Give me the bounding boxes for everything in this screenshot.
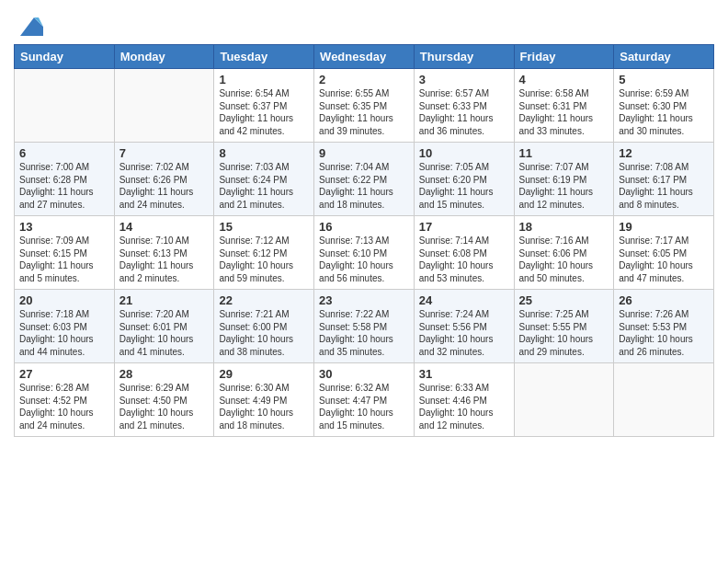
calendar-cell: 27Sunrise: 6:28 AMSunset: 4:52 PMDayligh… [15, 363, 115, 437]
day-number: 22 [219, 293, 309, 307]
day-number: 4 [519, 73, 609, 86]
header-day-wednesday: Wednesday [314, 45, 415, 69]
day-info: Sunrise: 6:28 AMSunset: 4:52 PMDaylight:… [19, 382, 109, 431]
calendar-week-3: 13Sunrise: 7:09 AMSunset: 6:15 PMDayligh… [15, 216, 714, 290]
day-number: 12 [619, 146, 709, 160]
header-day-thursday: Thursday [414, 45, 514, 69]
day-number: 20 [19, 293, 109, 307]
day-info: Sunrise: 6:33 AMSunset: 4:46 PMDaylight:… [419, 382, 509, 431]
calendar-cell: 14Sunrise: 7:10 AMSunset: 6:13 PMDayligh… [114, 216, 214, 290]
day-info: Sunrise: 7:26 AMSunset: 5:53 PMDaylight:… [619, 308, 709, 358]
logo [14, 13, 43, 40]
calendar-cell: 2Sunrise: 6:55 AMSunset: 6:35 PMDaylight… [314, 69, 415, 143]
calendar-week-2: 6Sunrise: 7:00 AMSunset: 6:28 PMDaylight… [15, 143, 714, 216]
calendar-header-row: SundayMondayTuesdayWednesdayThursdayFrid… [15, 45, 714, 69]
day-info: Sunrise: 7:05 AMSunset: 6:20 PMDaylight:… [419, 161, 509, 211]
day-info: Sunrise: 7:22 AMSunset: 5:58 PMDaylight:… [319, 308, 409, 358]
calendar-cell [114, 69, 214, 143]
calendar-cell: 13Sunrise: 7:09 AMSunset: 6:15 PMDayligh… [15, 216, 115, 290]
calendar-cell: 16Sunrise: 7:13 AMSunset: 6:10 PMDayligh… [314, 216, 415, 290]
calendar-cell: 4Sunrise: 6:58 AMSunset: 6:31 PMDaylight… [514, 69, 614, 143]
day-info: Sunrise: 7:20 AMSunset: 6:01 PMDaylight:… [119, 308, 210, 358]
day-info: Sunrise: 7:10 AMSunset: 6:13 PMDaylight:… [119, 235, 210, 284]
day-number: 21 [119, 293, 210, 307]
header-day-friday: Friday [514, 45, 614, 69]
calendar-cell: 18Sunrise: 7:16 AMSunset: 6:06 PMDayligh… [514, 216, 614, 290]
day-info: Sunrise: 7:12 AMSunset: 6:12 PMDaylight:… [219, 235, 309, 284]
day-info: Sunrise: 6:54 AMSunset: 6:37 PMDaylight:… [219, 87, 309, 137]
day-number: 16 [319, 220, 409, 234]
day-info: Sunrise: 6:59 AMSunset: 6:30 PMDaylight:… [619, 87, 709, 137]
day-info: Sunrise: 6:57 AMSunset: 6:33 PMDaylight:… [419, 87, 509, 137]
day-number: 11 [519, 146, 609, 160]
calendar-cell: 1Sunrise: 6:54 AMSunset: 6:37 PMDaylight… [214, 69, 314, 143]
day-info: Sunrise: 7:07 AMSunset: 6:19 PMDaylight:… [519, 161, 609, 211]
day-number: 31 [419, 367, 509, 381]
calendar-cell: 22Sunrise: 7:21 AMSunset: 6:00 PMDayligh… [214, 290, 314, 363]
day-number: 10 [419, 146, 509, 160]
calendar-cell: 12Sunrise: 7:08 AMSunset: 6:17 PMDayligh… [614, 143, 714, 216]
calendar-week-5: 27Sunrise: 6:28 AMSunset: 4:52 PMDayligh… [15, 363, 714, 437]
day-number: 29 [219, 367, 309, 381]
day-number: 3 [419, 73, 509, 86]
day-number: 24 [419, 293, 509, 307]
calendar-cell: 21Sunrise: 7:20 AMSunset: 6:01 PMDayligh… [114, 290, 214, 363]
day-info: Sunrise: 7:17 AMSunset: 6:05 PMDaylight:… [619, 235, 709, 284]
day-number: 15 [219, 220, 309, 234]
calendar-table: SundayMondayTuesdayWednesdayThursdayFrid… [14, 44, 714, 437]
calendar-cell: 24Sunrise: 7:24 AMSunset: 5:56 PMDayligh… [414, 290, 514, 363]
day-number: 13 [19, 220, 109, 234]
calendar-cell: 25Sunrise: 7:25 AMSunset: 5:55 PMDayligh… [514, 290, 614, 363]
day-info: Sunrise: 7:18 AMSunset: 6:03 PMDaylight:… [19, 308, 109, 358]
page: SundayMondayTuesdayWednesdayThursdayFrid… [0, 0, 728, 446]
calendar-cell [614, 363, 714, 437]
day-number: 7 [119, 146, 210, 160]
calendar-cell [514, 363, 614, 437]
day-info: Sunrise: 6:32 AMSunset: 4:47 PMDaylight:… [319, 382, 409, 431]
day-number: 27 [19, 367, 109, 381]
day-number: 6 [19, 146, 109, 160]
day-info: Sunrise: 6:30 AMSunset: 4:49 PMDaylight:… [219, 382, 309, 431]
calendar-cell: 29Sunrise: 6:30 AMSunset: 4:49 PMDayligh… [214, 363, 314, 437]
calendar-cell: 9Sunrise: 7:04 AMSunset: 6:22 PMDaylight… [314, 143, 415, 216]
calendar-cell: 30Sunrise: 6:32 AMSunset: 4:47 PMDayligh… [314, 363, 415, 437]
day-number: 25 [519, 293, 609, 307]
day-info: Sunrise: 6:29 AMSunset: 4:50 PMDaylight:… [119, 382, 210, 431]
day-number: 9 [319, 146, 409, 160]
day-info: Sunrise: 7:21 AMSunset: 6:00 PMDaylight:… [219, 308, 309, 358]
day-number: 28 [119, 367, 210, 381]
day-number: 19 [619, 220, 709, 234]
day-number: 17 [419, 220, 509, 234]
day-number: 18 [519, 220, 609, 234]
calendar-cell: 7Sunrise: 7:02 AMSunset: 6:26 PMDaylight… [114, 143, 214, 216]
header [14, 9, 714, 40]
day-number: 26 [619, 293, 709, 307]
day-number: 8 [219, 146, 309, 160]
calendar-week-4: 20Sunrise: 7:18 AMSunset: 6:03 PMDayligh… [15, 290, 714, 363]
calendar-cell: 26Sunrise: 7:26 AMSunset: 5:53 PMDayligh… [614, 290, 714, 363]
logo-icon [16, 13, 43, 40]
day-info: Sunrise: 6:55 AMSunset: 6:35 PMDaylight:… [319, 87, 409, 137]
day-number: 14 [119, 220, 210, 234]
day-info: Sunrise: 7:25 AMSunset: 5:55 PMDaylight:… [519, 308, 609, 358]
calendar-cell: 20Sunrise: 7:18 AMSunset: 6:03 PMDayligh… [15, 290, 115, 363]
calendar-cell: 3Sunrise: 6:57 AMSunset: 6:33 PMDaylight… [414, 69, 514, 143]
day-info: Sunrise: 7:13 AMSunset: 6:10 PMDaylight:… [319, 235, 409, 284]
calendar-cell: 6Sunrise: 7:00 AMSunset: 6:28 PMDaylight… [15, 143, 115, 216]
calendar-cell: 19Sunrise: 7:17 AMSunset: 6:05 PMDayligh… [614, 216, 714, 290]
calendar-cell: 31Sunrise: 6:33 AMSunset: 4:46 PMDayligh… [414, 363, 514, 437]
header-day-saturday: Saturday [614, 45, 714, 69]
calendar-cell: 23Sunrise: 7:22 AMSunset: 5:58 PMDayligh… [314, 290, 415, 363]
calendar-cell: 8Sunrise: 7:03 AMSunset: 6:24 PMDaylight… [214, 143, 314, 216]
header-day-sunday: Sunday [15, 45, 115, 69]
calendar-cell: 28Sunrise: 6:29 AMSunset: 4:50 PMDayligh… [114, 363, 214, 437]
day-info: Sunrise: 7:14 AMSunset: 6:08 PMDaylight:… [419, 235, 509, 284]
calendar-cell: 5Sunrise: 6:59 AMSunset: 6:30 PMDaylight… [614, 69, 714, 143]
day-info: Sunrise: 7:16 AMSunset: 6:06 PMDaylight:… [519, 235, 609, 284]
day-info: Sunrise: 7:04 AMSunset: 6:22 PMDaylight:… [319, 161, 409, 211]
day-info: Sunrise: 7:00 AMSunset: 6:28 PMDaylight:… [19, 161, 109, 211]
day-number: 5 [619, 73, 709, 86]
day-info: Sunrise: 7:02 AMSunset: 6:26 PMDaylight:… [119, 161, 210, 211]
day-number: 1 [219, 73, 309, 86]
calendar-cell: 17Sunrise: 7:14 AMSunset: 6:08 PMDayligh… [414, 216, 514, 290]
